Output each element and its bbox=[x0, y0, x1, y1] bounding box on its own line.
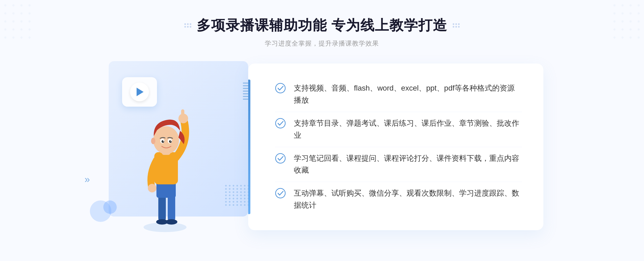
svg-point-44 bbox=[166, 219, 177, 225]
svg-point-13 bbox=[12, 28, 14, 31]
svg-point-7 bbox=[28, 12, 31, 14]
svg-point-18 bbox=[20, 36, 23, 39]
svg-point-8 bbox=[4, 20, 6, 23]
svg-point-0 bbox=[4, 4, 6, 6]
svg-point-57 bbox=[163, 140, 164, 141]
svg-point-55 bbox=[162, 140, 164, 143]
page-subtitle: 学习进度全掌握，提升录播课教学效果 bbox=[184, 39, 460, 48]
main-content: » bbox=[0, 61, 644, 233]
svg-point-38 bbox=[630, 36, 632, 39]
check-icon-4 bbox=[275, 188, 286, 199]
svg-point-28 bbox=[613, 20, 616, 23]
svg-point-39 bbox=[638, 36, 640, 39]
feature-text-1: 支持视频、音频、flash、word、excel、ppt、pdf等各种格式的资源… bbox=[294, 82, 522, 106]
svg-point-20 bbox=[613, 4, 616, 6]
svg-point-34 bbox=[630, 28, 632, 31]
svg-point-14 bbox=[20, 28, 23, 31]
svg-point-51 bbox=[153, 126, 179, 154]
svg-point-6 bbox=[20, 12, 23, 14]
svg-point-26 bbox=[630, 12, 632, 14]
svg-point-58 bbox=[170, 140, 171, 141]
chevron-decoration: » bbox=[85, 175, 90, 184]
svg-point-23 bbox=[638, 4, 640, 6]
svg-point-49 bbox=[148, 184, 156, 192]
svg-point-33 bbox=[621, 28, 624, 31]
svg-point-27 bbox=[638, 12, 640, 14]
svg-point-60 bbox=[276, 118, 285, 128]
dots-right bbox=[453, 23, 460, 28]
svg-point-21 bbox=[621, 4, 624, 6]
svg-point-35 bbox=[638, 28, 640, 31]
svg-point-11 bbox=[28, 20, 31, 23]
check-icon-1 bbox=[275, 83, 286, 94]
svg-point-25 bbox=[621, 12, 624, 14]
svg-point-17 bbox=[12, 36, 14, 39]
check-icon-2 bbox=[275, 118, 286, 129]
svg-point-2 bbox=[20, 4, 23, 6]
left-illustration: » bbox=[101, 61, 256, 233]
feature-item-1: 支持视频、音频、flash、word、excel、ppt、pdf等各种格式的资源… bbox=[275, 77, 522, 112]
feature-text-3: 学习笔记回看、课程提问、课程评论打分、课件资料下载，重点内容收藏 bbox=[294, 152, 522, 177]
svg-point-19 bbox=[28, 36, 31, 39]
svg-point-15 bbox=[28, 28, 31, 31]
svg-point-1 bbox=[12, 4, 14, 6]
svg-point-24 bbox=[613, 12, 616, 14]
feature-item-2: 支持章节目录、弹题考试、课后练习、课后作业、章节测验、批改作业 bbox=[275, 112, 522, 147]
svg-point-61 bbox=[276, 154, 285, 163]
svg-point-9 bbox=[12, 20, 14, 23]
svg-point-5 bbox=[12, 12, 14, 14]
page-container: // dots grid bbox=[0, 0, 644, 261]
svg-point-36 bbox=[613, 36, 616, 39]
svg-point-59 bbox=[276, 83, 285, 93]
header-section: 多项录播课辅助功能 专为线上教学打造 学习进度全掌握，提升录播课教学效果 bbox=[184, 0, 460, 48]
deco-circles-left bbox=[90, 190, 122, 222]
svg-point-16 bbox=[4, 36, 6, 39]
svg-point-62 bbox=[276, 188, 285, 198]
svg-point-29 bbox=[621, 20, 624, 23]
svg-point-31 bbox=[638, 20, 640, 23]
svg-point-3 bbox=[28, 4, 31, 6]
page-title: 多项录播课辅助功能 专为线上教学打造 bbox=[197, 16, 447, 35]
feature-text-2: 支持章节目录、弹题考试、课后练习、课后作业、章节测验、批改作业 bbox=[294, 117, 522, 141]
svg-point-32 bbox=[613, 28, 616, 31]
check-icon-3 bbox=[275, 153, 286, 164]
svg-point-10 bbox=[20, 20, 23, 23]
feature-item-3: 学习笔记回看、课程提问、课程评论打分、课件资料下载，重点内容收藏 bbox=[275, 147, 522, 182]
svg-point-22 bbox=[630, 4, 632, 6]
feature-item-4: 互动弹幕、试听购买、微信分享、观看次数限制、学习进度跟踪、数据统计 bbox=[275, 182, 522, 217]
svg-point-56 bbox=[169, 140, 172, 143]
play-triangle-icon bbox=[137, 88, 144, 96]
svg-point-4 bbox=[4, 12, 6, 14]
svg-point-30 bbox=[630, 20, 632, 23]
svg-point-37 bbox=[621, 36, 624, 39]
svg-rect-48 bbox=[181, 109, 184, 120]
person-illustration bbox=[127, 99, 203, 233]
dots-left bbox=[184, 23, 191, 28]
feature-text-4: 互动弹幕、试听购买、微信分享、观看次数限制、学习进度跟踪、数据统计 bbox=[294, 187, 522, 211]
svg-point-52 bbox=[151, 138, 155, 144]
title-row: 多项录播课辅助功能 专为线上教学打造 bbox=[184, 16, 460, 35]
right-panel: 支持视频、音频、flash、word、excel、ppt、pdf等各种格式的资源… bbox=[248, 64, 543, 230]
svg-point-12 bbox=[4, 28, 6, 31]
